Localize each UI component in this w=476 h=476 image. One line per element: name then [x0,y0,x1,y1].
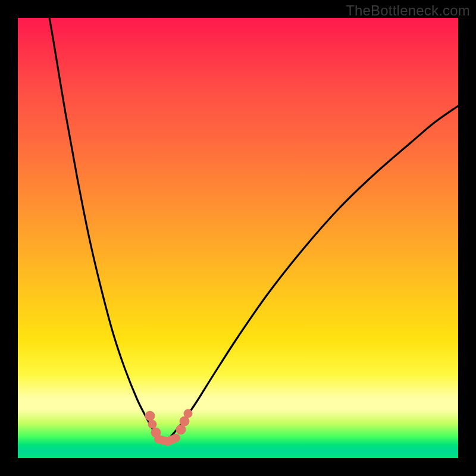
marker-dot [184,409,192,418]
bottleneck-curve [46,1,458,441]
marker-dot [145,411,155,421]
chart-frame: TheBottleneck.com [0,0,476,476]
marker-dash [168,438,176,441]
marker-dot [148,420,156,428]
curve-markers [145,409,192,441]
watermark-text: TheBottleneck.com [346,2,470,19]
curve-svg [18,18,458,458]
plot-area [18,18,458,458]
